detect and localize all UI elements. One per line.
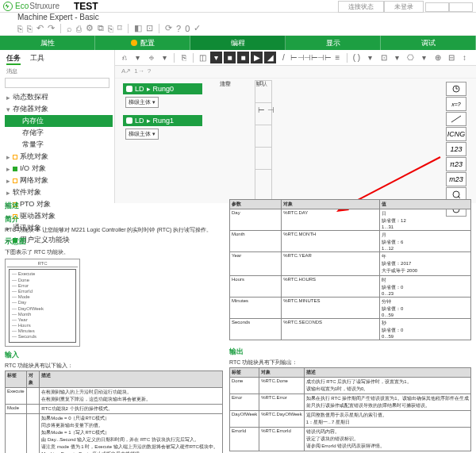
rung[interactable]: LD▸Rung1梯级主体 ▾: [123, 115, 202, 142]
canvas-tool[interactable]: ⊕: [432, 52, 443, 63]
toolbar-button[interactable]: ⚙: [86, 23, 94, 33]
canvas-tool[interactable]: ▾: [132, 52, 144, 63]
canvas-tool[interactable]: /: [278, 52, 290, 63]
canvas-tool-2[interactable]: 1→: [134, 67, 144, 76]
palette-clock[interactable]: [446, 82, 466, 96]
mode-tab[interactable]: 调试: [381, 36, 476, 50]
toolbar-button[interactable]: ?: [176, 24, 181, 33]
canvas-tool[interactable]: ▾: [364, 52, 376, 63]
palette-π23[interactable]: π23: [446, 157, 466, 171]
toolbar-button[interactable]: ⎘: [17, 24, 23, 33]
toolbar-button[interactable]: ⌑: [117, 23, 122, 33]
tree-sub-item[interactable]: 常量字: [5, 139, 113, 151]
tree-item[interactable]: ▸动态数探程: [5, 91, 113, 103]
mode-tab[interactable]: 编程: [190, 36, 286, 50]
canvas-tool[interactable]: ⊡: [378, 52, 390, 63]
palette-123[interactable]: 123: [446, 142, 466, 156]
function-block-diagram: RTC — Execute— Done— Error— ErrorId— Mod…: [5, 259, 80, 346]
heading-desc: 描述: [5, 201, 223, 211]
tree-sub-item[interactable]: 内存位: [5, 115, 113, 127]
project-title: TEST: [74, 1, 98, 12]
mode-tab[interactable]: 显示: [286, 36, 381, 50]
app-subtitle: Machine Expert - Basic: [0, 13, 476, 21]
tree-item[interactable]: ▾存储器对象: [5, 103, 113, 115]
logo-icon: [3, 2, 13, 11]
canvas-tool[interactable]: ⊣⊢: [318, 52, 330, 63]
canvas-tool[interactable]: ⊣⊢: [305, 52, 317, 63]
canvas-tool-2[interactable]: ?: [148, 67, 151, 76]
canvas-toolbar: ⎌▾⎆▾⎘◫▾■■▶◢/⊢⊣⊣⊢⊣⊢≡( )▾⊡▾⎔▾⊕⊟↕: [115, 50, 476, 66]
canvas-tool[interactable]: ⎔: [405, 52, 416, 63]
canvas-tool[interactable]: ⎆: [145, 52, 157, 63]
canvas-toolbar-2: A↗1→?: [115, 66, 476, 79]
sidebar: 任务 工具 消息 ▸动态数探程▾存储器对象内存位存储字常量字▸系统对象▸I/O …: [0, 50, 115, 203]
canvas-tool[interactable]: ≡: [332, 52, 344, 63]
toolbar-button[interactable]: ⊡: [146, 23, 153, 33]
toolbar-button[interactable]: ↶: [36, 23, 44, 33]
toolbar-button[interactable]: ↷: [48, 23, 55, 33]
toolbar-button[interactable]: ⌕: [67, 24, 72, 33]
heading-graph: 示意图: [5, 236, 223, 247]
canvas-tool[interactable]: ▶: [251, 52, 263, 63]
top-right-status: 连接状态未登录: [338, 1, 473, 13]
editor-canvas: ⎌▾⎆▾⎘◫▾■■▶◢/⊢⊣⊣⊢⊣⊢≡( )▾⊡▾⎔▾⊕⊟↕ A↗1→? LD▸…: [115, 50, 476, 203]
toolbar-button[interactable]: 0: [185, 24, 190, 33]
toolbar-button[interactable]: ⎘: [108, 24, 113, 33]
main-toolbar: ⎘⎘↶↷⌕⎙⚙⧉⎘⌑◧⊡⟳?0✓: [0, 21, 476, 36]
status-login: 未登录: [384, 1, 424, 13]
toolbar-button[interactable]: ◧: [134, 23, 142, 33]
canvas-tool[interactable]: ◢: [264, 52, 276, 63]
brand-1: Eco: [15, 2, 29, 10]
canvas-tool[interactable]: ▾: [391, 52, 403, 63]
canvas-tool[interactable]: ■: [224, 52, 236, 63]
toolbar-button[interactable]: ⎙: [76, 24, 82, 33]
palette-icng[interactable]: ICNG: [446, 127, 466, 141]
svg-line-3: [451, 116, 461, 122]
canvas-tool[interactable]: ( ): [351, 52, 363, 63]
canvas-tool[interactable]: ▾: [418, 52, 430, 63]
tree-item[interactable]: ▸系统对象: [5, 151, 113, 163]
heading-outputs: 输出: [229, 347, 471, 357]
outputs-table: 标签对象描述Done%RTC.Done成功执行 RTC 后执行了读写操作时，设置…: [229, 367, 471, 451]
status-conn: 连接状态: [338, 1, 384, 13]
inputs-table: 标签对象描述Execute在检测到输入的上升沿时启动运行功能块。 在检测到重复下…: [5, 370, 223, 453]
tree-item[interactable]: ▸网络对象: [5, 175, 113, 186]
canvas-tool-2[interactable]: A↗: [121, 67, 131, 76]
canvas-tool[interactable]: ⎘: [178, 52, 190, 63]
ladder-area: 默认 LD 清空 注释 ⊢ ⊣: [210, 80, 473, 200]
canvas-tool[interactable]: ▾: [210, 52, 222, 63]
canvas-tool[interactable]: ↕: [459, 52, 470, 63]
heading-intro: 简介: [5, 214, 223, 225]
canvas-tool[interactable]: ⊟: [445, 52, 457, 63]
tree-sub-item[interactable]: 存储字: [5, 127, 113, 139]
toolbar-button[interactable]: ⧉: [98, 23, 104, 33]
tab-tasks[interactable]: 任务: [6, 53, 21, 65]
palette-line[interactable]: [446, 112, 466, 126]
params-table: 参数对象值Day%RTC.DAY日 缺省值：12 1...31Month%RTC…: [229, 199, 471, 340]
tab-tools[interactable]: 工具: [30, 53, 44, 65]
toolbar-button[interactable]: ⎘: [27, 24, 33, 33]
canvas-tool[interactable]: ⊢⊣: [291, 52, 303, 63]
search-input[interactable]: [5, 78, 109, 88]
canvas-tool[interactable]: ⎌: [118, 52, 130, 63]
rung[interactable]: LD▸Rung0梯级主体 ▾: [123, 83, 202, 110]
intro-text: RTC 功能块 ⊕ 让您能够对 M221 Logic Controller 的实…: [5, 226, 223, 233]
canvas-tool[interactable]: ■: [237, 52, 249, 63]
heading-inputs: 输入: [5, 350, 223, 360]
canvas-tool[interactable]: ▾: [159, 52, 171, 63]
mode-tabs: 属性配置编程显示调试: [0, 36, 476, 50]
toolbar-button[interactable]: ✓: [194, 23, 201, 33]
search-label: 消息: [2, 67, 113, 76]
canvas-tool[interactable]: ◫: [197, 52, 209, 63]
mode-tab[interactable]: 配置: [95, 36, 190, 50]
palette-m23[interactable]: m23: [446, 172, 466, 186]
mode-tab[interactable]: 属性: [0, 36, 95, 50]
palette-xyz[interactable]: x=?: [446, 97, 466, 111]
tree-item[interactable]: ▸I/O 对象: [5, 163, 113, 175]
toolbar-button[interactable]: ⟳: [165, 23, 172, 33]
brand-2: Struxure: [29, 2, 60, 10]
